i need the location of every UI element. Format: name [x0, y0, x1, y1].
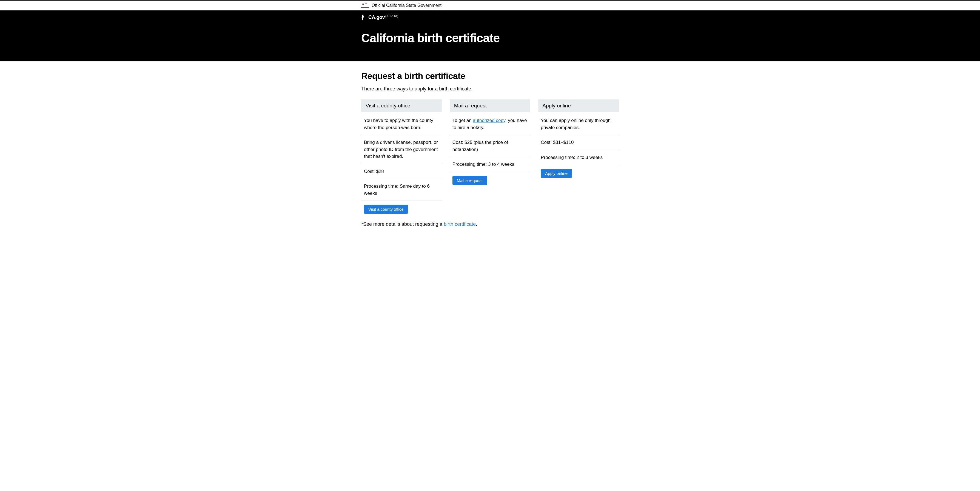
card-cost: Cost: $28	[361, 164, 442, 179]
card-description: You have to apply with the county where …	[361, 112, 442, 135]
card-description: To get an authorized copy, you have to h…	[450, 112, 531, 135]
section-heading: Request a birth certificate	[361, 71, 619, 81]
card-bring-info: Bring a driver's license, passport, or o…	[361, 135, 442, 164]
intro-text: There are three ways to apply for a birt…	[361, 86, 619, 92]
hero-section: CA.gov(ALPHA) California birth certifica…	[0, 10, 980, 61]
card-mail-request: Mail a request To get an authorized copy…	[450, 100, 531, 214]
main-content: Request a birth certificate There are th…	[0, 61, 980, 227]
card-cost: Cost: $25 (plus the price of notarizatio…	[450, 135, 531, 157]
page-title: California birth certificate	[361, 31, 619, 45]
options-row: Visit a county office You have to apply …	[361, 100, 619, 214]
mail-request-button[interactable]: Mail a request	[452, 176, 487, 185]
site-brand[interactable]: CA.gov(ALPHA)	[361, 10, 619, 31]
footnote-pre: *See more details about requesting a	[361, 221, 444, 227]
card-processing-time: Processing time: Same day to 6 weeks	[361, 179, 442, 201]
card-title: Mail a request	[450, 100, 531, 112]
authorized-copy-link[interactable]: authorized copy	[473, 118, 505, 123]
brand-name: CA.gov	[368, 14, 385, 20]
official-banner: Official California State Government	[0, 1, 980, 10]
footnote-post: .	[476, 221, 477, 227]
card-apply-online: Apply online You can apply online only t…	[538, 100, 619, 214]
card-visit-county: Visit a county office You have to apply …	[361, 100, 442, 214]
official-banner-text: Official California State Government	[372, 3, 441, 8]
birth-certificate-link[interactable]: birth certificate	[444, 221, 476, 227]
visit-county-button[interactable]: Visit a county office	[364, 205, 408, 214]
card-title: Visit a county office	[361, 100, 442, 112]
card-processing-time: Processing time: 3 to 4 weeks	[450, 157, 531, 172]
california-state-icon	[361, 14, 366, 20]
card-description: You can apply online only through privat…	[538, 112, 619, 135]
card-title: Apply online	[538, 100, 619, 112]
desc-pre: To get an	[452, 118, 473, 123]
footnote: *See more details about requesting a bir…	[361, 221, 619, 227]
card-cost: Cost: $31–$110	[538, 135, 619, 150]
card-processing-time: Processing time: 2 to 3 weeks	[538, 150, 619, 165]
brand-text: CA.gov(ALPHA)	[368, 14, 398, 20]
california-flag-icon	[361, 3, 369, 8]
apply-online-button[interactable]: Apply online	[541, 169, 572, 178]
brand-suffix: (ALPHA)	[385, 14, 398, 18]
